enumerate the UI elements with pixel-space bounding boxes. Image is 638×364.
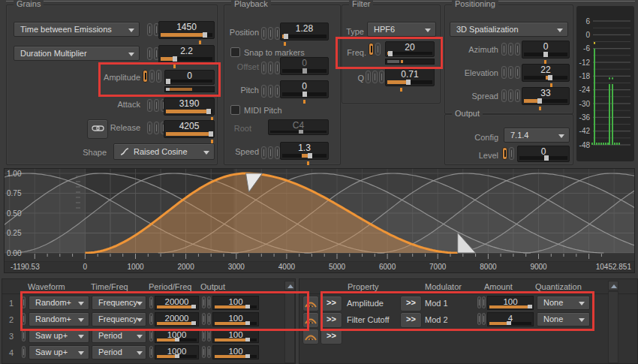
mod-indicator-icon[interactable] bbox=[22, 313, 26, 325]
azimuth-mod-indicators[interactable] bbox=[501, 43, 520, 56]
mod-indicator-icon[interactable] bbox=[207, 313, 211, 325]
spatialization-mode-dropdown[interactable]: 3D Spatialization bbox=[450, 22, 568, 37]
quantization-dropdown[interactable]: None bbox=[537, 312, 590, 326]
lfo-active-indicator-icon[interactable] bbox=[502, 147, 507, 160]
period-freq-field[interactable]: 1000 bbox=[155, 329, 199, 343]
assign-modulator-button[interactable]: >> bbox=[400, 296, 422, 311]
grain-param1-dropdown[interactable]: Time between Emissions bbox=[14, 22, 140, 37]
mod-indicator-icon[interactable] bbox=[501, 66, 507, 79]
mod-indicator-icon[interactable] bbox=[147, 99, 152, 112]
spread-slider[interactable]: 33 bbox=[522, 87, 570, 105]
mod-indicator-icon[interactable] bbox=[202, 329, 206, 341]
mod-indicator-icon[interactable] bbox=[261, 27, 266, 40]
midi-pitch-checkbox[interactable] bbox=[230, 105, 240, 115]
mod-indicator-icon[interactable] bbox=[207, 296, 211, 308]
assign-property-button[interactable]: >> bbox=[321, 296, 342, 311]
waveform-dropdown[interactable]: Random+ bbox=[29, 312, 89, 326]
mod-indicator-icon[interactable] bbox=[372, 71, 378, 83]
mod-indicator-icon[interactable] bbox=[515, 43, 520, 56]
mod-indicator-icon[interactable] bbox=[207, 346, 211, 358]
mod-indicator-icon[interactable] bbox=[261, 85, 266, 98]
mod-indicator-icon[interactable] bbox=[149, 70, 155, 83]
amplitude-mod-indicators[interactable] bbox=[143, 70, 161, 83]
mod-indicator-icon[interactable] bbox=[149, 313, 153, 325]
mod-indicator-icon[interactable] bbox=[147, 47, 152, 60]
envelope-curve-button[interactable] bbox=[302, 312, 319, 328]
waveform-dropdown[interactable]: Random+ bbox=[29, 296, 89, 310]
position-mod-indicators[interactable] bbox=[261, 27, 280, 40]
mod-indicator-icon[interactable] bbox=[477, 313, 481, 325]
scroll-up-button[interactable] bbox=[284, 281, 295, 290]
mod-indicator-icon[interactable] bbox=[268, 85, 273, 98]
mod-indicator-icon[interactable] bbox=[515, 66, 520, 79]
freq-mod-indicators[interactable] bbox=[369, 43, 381, 56]
amount-field[interactable]: 100 bbox=[487, 296, 534, 310]
mod-indicator-icon[interactable] bbox=[154, 99, 159, 112]
mod-indicator-icon[interactable] bbox=[202, 296, 206, 308]
amount-field[interactable]: 4 bbox=[487, 312, 534, 326]
assign-modulator-button[interactable]: >> bbox=[400, 312, 422, 328]
amplitude-slider[interactable]: 0 bbox=[164, 70, 215, 85]
grain-param2-dropdown[interactable]: Duration Multiplier bbox=[14, 46, 140, 61]
mod-indicator-icon[interactable] bbox=[22, 329, 26, 341]
col-header-timefreq[interactable]: Time/Freq bbox=[91, 282, 128, 291]
pitch-slider[interactable]: 0 bbox=[280, 80, 329, 98]
col-header-periodfreq[interactable]: Period/Freq bbox=[149, 282, 191, 291]
mod-indicator-icon[interactable] bbox=[261, 146, 266, 159]
modulator-cell[interactable]: Mod 1 bbox=[425, 299, 448, 308]
speed-mod-indicators[interactable] bbox=[261, 146, 280, 159]
mod-indicator-icon[interactable] bbox=[149, 296, 153, 308]
mod-indicator-icon[interactable] bbox=[268, 27, 273, 40]
mod-indicator-icon[interactable] bbox=[501, 89, 507, 102]
elevation-mod-indicators[interactable] bbox=[501, 66, 520, 79]
mod-indicator-icon[interactable] bbox=[147, 122, 152, 134]
mod-indicator-icon[interactable] bbox=[366, 71, 371, 83]
assign-property-button[interactable]: >> bbox=[321, 329, 342, 344]
output-level-slider[interactable]: 0 bbox=[517, 146, 570, 162]
mod-indicator-icon[interactable] bbox=[379, 71, 384, 83]
mod-indicator-icon[interactable] bbox=[154, 122, 159, 134]
mod-indicator-icon[interactable] bbox=[202, 346, 206, 358]
mod-indicator-icon[interactable] bbox=[508, 43, 513, 56]
grain-envelope-display[interactable]: 1.000.750.500.250.00-1190.53010002000300… bbox=[4, 168, 635, 273]
scrollbar[interactable] bbox=[284, 291, 295, 363]
mod-indicator-icon[interactable] bbox=[149, 346, 153, 358]
duration-multiplier-slider[interactable]: 2.2 bbox=[158, 45, 215, 63]
timefreq-dropdown[interactable]: Frequency bbox=[92, 296, 146, 310]
mod-indicator-icon[interactable] bbox=[482, 296, 486, 308]
mod-indicator-icon[interactable] bbox=[477, 296, 481, 308]
mod-indicator-icon[interactable] bbox=[275, 27, 280, 40]
period-freq-field[interactable]: 20000 bbox=[155, 312, 199, 326]
time-between-emissions-slider[interactable]: 1450 bbox=[158, 21, 215, 39]
level-mod-indicators[interactable] bbox=[502, 147, 514, 160]
freq-mod-range-bar[interactable] bbox=[385, 59, 435, 65]
spread-mod-indicators[interactable] bbox=[501, 89, 520, 102]
waveform-dropdown[interactable]: Saw up+ bbox=[29, 329, 89, 343]
attack-slider[interactable]: 3190 bbox=[164, 98, 215, 116]
property-cell[interactable]: Amplitude bbox=[347, 299, 384, 308]
property-cell[interactable]: Filter Cutoff bbox=[347, 315, 390, 324]
output-field[interactable]: 100 bbox=[212, 296, 259, 310]
elevation-slider[interactable]: 22 bbox=[522, 64, 570, 82]
mod-indicator-icon[interactable] bbox=[147, 23, 152, 36]
period-freq-field[interactable]: 1000 bbox=[155, 345, 199, 359]
mod-indicator-icon[interactable] bbox=[268, 146, 273, 159]
col-header-modulator[interactable]: Modulator bbox=[425, 282, 462, 291]
filter-freq-slider[interactable]: 20 bbox=[385, 41, 435, 57]
waveform-dropdown[interactable]: Saw up+ bbox=[29, 345, 89, 359]
mod-indicator-icon[interactable] bbox=[508, 66, 513, 79]
assign-property-button[interactable]: >> bbox=[321, 312, 342, 328]
mod-indicator-icon[interactable] bbox=[515, 89, 520, 102]
output-field[interactable]: 100 bbox=[212, 329, 259, 343]
period-freq-field[interactable]: 20000 bbox=[155, 296, 199, 310]
mod-indicator-icon[interactable] bbox=[375, 43, 381, 56]
col-header-output[interactable]: Output bbox=[200, 282, 225, 291]
timefreq-dropdown[interactable]: Frequency bbox=[92, 312, 146, 326]
col-header-quantization[interactable]: Quantization bbox=[535, 282, 582, 291]
filter-type-dropdown[interactable]: HPF6 bbox=[367, 22, 436, 37]
scroll-up-button[interactable] bbox=[608, 281, 618, 290]
mod-indicator-icon[interactable] bbox=[149, 329, 153, 341]
mod-indicator-icon[interactable] bbox=[509, 147, 514, 160]
output-config-dropdown[interactable]: 7.1.4 bbox=[504, 128, 570, 143]
mod-indicator-icon[interactable] bbox=[501, 43, 507, 56]
